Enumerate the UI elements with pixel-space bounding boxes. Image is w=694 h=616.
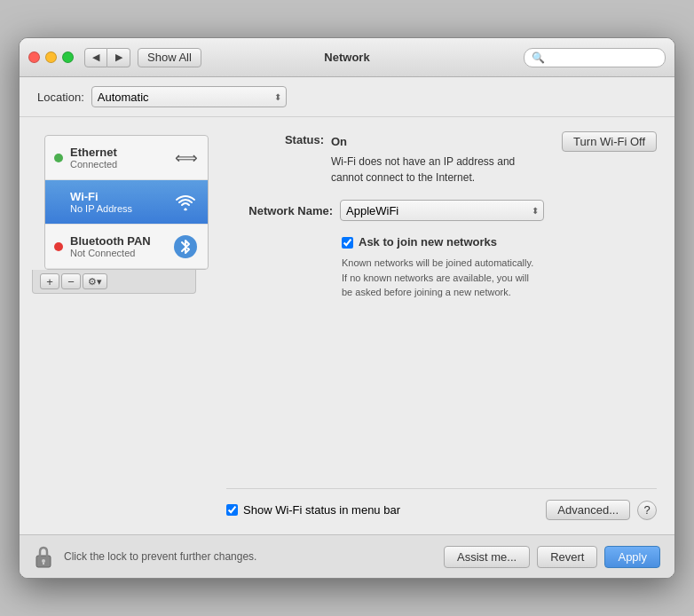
advanced-button[interactable]: Advanced... [546,500,630,520]
bluetooth-status: Not Connected [70,248,172,258]
search-icon: 🔍 [532,51,545,64]
forward-button[interactable]: ▶ [107,48,130,67]
panel-spacer [226,300,657,489]
location-select-wrapper[interactable]: Automatic Edit Locations... [91,86,287,107]
status-description: Wi-Fi does not have an IP address and ca… [331,154,657,186]
close-button[interactable] [28,51,40,63]
revert-button[interactable]: Revert [537,546,597,568]
add-network-button[interactable]: + [40,273,59,289]
panel-bottom: Show Wi-Fi status in menu bar Advanced..… [226,488,657,520]
status-label: Status: [226,131,324,146]
show-wifi-row: Show Wi-Fi status in menu bar [226,503,546,517]
sidebar-item-wifi[interactable]: Wi-Fi No IP Address [45,180,208,225]
ethernet-name: Ethernet [70,146,172,159]
network-gear-button[interactable]: ⚙▾ [83,273,107,289]
network-name-label: Network Name: [226,204,333,217]
titlebar: ◀ ▶ Show All Network 🔍 [20,38,674,77]
network-name-select[interactable]: AppleWiFi [340,200,544,221]
network-name-select-wrapper[interactable]: AppleWiFi [340,200,544,221]
bluetooth-icon-inner [174,235,197,258]
ethernet-info: Ethernet Connected [70,146,172,170]
footer: Click the lock to prevent further change… [20,534,674,578]
ethernet-icon: ⟺ [172,145,199,171]
apply-button[interactable]: Apply [604,546,660,568]
bluetooth-icon [172,233,199,260]
right-panel: Status: On Turn Wi-Fi Off Wi-Fi does not… [209,117,674,534]
location-label: Location: [37,91,84,104]
network-window: ◀ ▶ Show All Network 🔍 Location: Automat… [19,37,675,579]
wifi-name: Wi-Fi [70,190,172,203]
ethernet-status-dot [54,154,63,162]
status-info: On Turn Wi-Fi Off Wi-Fi does not have an… [331,131,657,186]
ask-join-label: Ask to join new networks [359,235,497,249]
status-row: Status: On Turn Wi-Fi Off Wi-Fi does not… [226,131,657,186]
sidebar-bottom: + − ⚙▾ [32,270,196,294]
lock-text: Click the lock to prevent further change… [64,550,437,563]
sidebar-item-ethernet[interactable]: Ethernet Connected ⟺ [45,136,208,180]
turn-wifi-button[interactable]: Turn Wi-Fi Off [562,131,657,152]
location-bar: Location: Automatic Edit Locations... [20,77,674,117]
show-wifi-checkbox[interactable] [226,504,238,516]
wifi-icon [172,189,199,216]
bluetooth-status-dot [54,242,63,251]
main-content: Ethernet Connected ⟺ Wi-Fi No IP Address [20,117,674,534]
window-title: Network [324,51,369,64]
show-wifi-label: Show Wi-Fi status in menu bar [243,503,400,517]
location-select[interactable]: Automatic Edit Locations... [91,86,287,107]
nav-buttons: ◀ ▶ [84,48,130,67]
status-value: On [331,135,535,148]
minimize-button[interactable] [45,51,57,63]
wifi-info: Wi-Fi No IP Address [70,190,172,214]
back-button[interactable]: ◀ [84,48,107,67]
ask-join-row: Ask to join new networks [342,235,657,249]
lock-icon[interactable] [34,544,55,569]
wifi-status: No IP Address [70,203,172,214]
bluetooth-name: Bluetooth PAN [70,234,172,248]
ask-join-checkbox[interactable] [342,237,353,249]
remove-network-button[interactable]: − [61,273,81,289]
help-button[interactable]: ? [637,501,657,520]
bluetooth-info: Bluetooth PAN Not Connected [70,234,172,258]
search-input[interactable] [548,51,658,64]
show-all-button[interactable]: Show All [138,48,201,67]
network-sidebar: Ethernet Connected ⟺ Wi-Fi No IP Address [44,135,209,270]
svg-point-1 [42,559,45,563]
traffic-lights [28,51,74,63]
ethernet-status: Connected [70,159,172,170]
network-name-row: Network Name: AppleWiFi [226,200,657,221]
assist-me-button[interactable]: Assist me... [444,546,530,568]
sidebar-item-bluetooth[interactable]: Bluetooth PAN Not Connected [45,225,208,269]
search-box[interactable]: 🔍 [524,48,666,67]
ask-join-description: Known networks will be joined automatica… [342,256,657,300]
zoom-button[interactable] [62,51,74,63]
